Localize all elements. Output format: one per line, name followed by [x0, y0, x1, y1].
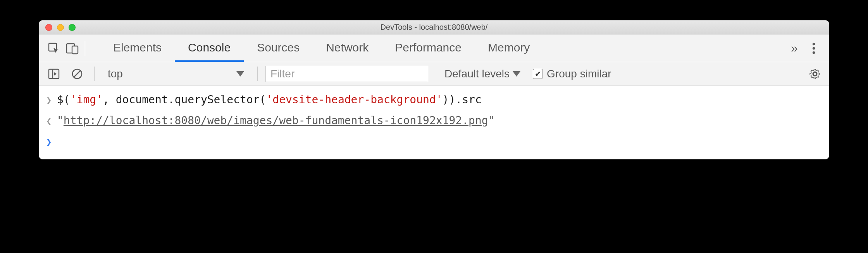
- prompt-icon: ❯: [46, 133, 57, 149]
- svg-line-9: [74, 71, 80, 77]
- filter-input[interactable]: [265, 66, 428, 82]
- divider: [85, 41, 85, 56]
- toggle-sidebar-icon[interactable]: [45, 65, 63, 83]
- chevron-down-icon: [236, 71, 244, 77]
- minimize-button[interactable]: [57, 24, 64, 31]
- console-input-code: $('img', document.querySelector('devsite…: [57, 92, 482, 108]
- output-indicator-icon: ❮: [46, 113, 57, 128]
- console-prompt-row[interactable]: ❯: [39, 131, 829, 151]
- devtools-window: DevTools - localhost:8080/web/ Elements …: [39, 20, 829, 159]
- svg-rect-2: [72, 46, 78, 54]
- svg-rect-6: [49, 69, 59, 79]
- inspect-element-icon[interactable]: [45, 39, 63, 58]
- group-similar-label: Group similar: [547, 68, 611, 80]
- tab-elements[interactable]: Elements: [100, 34, 175, 62]
- context-label: top: [108, 68, 123, 80]
- main-tabbar: Elements Console Sources Network Perform…: [39, 34, 829, 62]
- tab-sources[interactable]: Sources: [244, 34, 313, 62]
- checkbox-checked-icon[interactable]: ✔: [533, 69, 543, 79]
- console-toolbar: top Default levels ✔ Group similar: [39, 62, 829, 85]
- more-tabs-icon[interactable]: »: [785, 39, 804, 58]
- svg-point-3: [813, 43, 815, 45]
- device-toolbar-icon[interactable]: [63, 39, 82, 58]
- console-output-value: "http://localhost:8080/web/images/web-fu…: [57, 113, 494, 129]
- divider: [257, 67, 258, 81]
- kebab-menu-icon[interactable]: [804, 39, 823, 58]
- traffic-lights: [39, 24, 76, 31]
- tab-console[interactable]: Console: [175, 34, 244, 62]
- settings-icon[interactable]: [806, 65, 823, 82]
- window-title: DevTools - localhost:8080/web/: [39, 23, 829, 32]
- close-button[interactable]: [45, 24, 52, 31]
- clear-console-icon[interactable]: [68, 65, 86, 83]
- context-selector[interactable]: top: [102, 68, 250, 80]
- svg-point-5: [813, 51, 815, 53]
- chevron-down-icon: [513, 71, 520, 77]
- console-body[interactable]: ❯ $('img', document.querySelector('devsi…: [39, 85, 829, 159]
- tab-performance[interactable]: Performance: [382, 34, 475, 62]
- log-levels-selector[interactable]: Default levels: [444, 68, 520, 80]
- svg-point-12: [814, 72, 816, 75]
- svg-point-4: [813, 47, 815, 49]
- divider: [94, 67, 95, 81]
- group-similar-option[interactable]: ✔ Group similar: [533, 68, 611, 80]
- maximize-button[interactable]: [69, 24, 76, 31]
- levels-label: Default levels: [444, 68, 510, 80]
- tab-network[interactable]: Network: [313, 34, 382, 62]
- tab-memory[interactable]: Memory: [475, 34, 543, 62]
- tabs-list: Elements Console Sources Network Perform…: [100, 34, 543, 62]
- titlebar: DevTools - localhost:8080/web/: [39, 21, 829, 34]
- input-prompt-icon: ❯: [46, 92, 57, 107]
- console-output-row: ❮ "http://localhost:8080/web/images/web-…: [39, 110, 829, 131]
- console-input-row: ❯ $('img', document.querySelector('devsi…: [39, 89, 829, 110]
